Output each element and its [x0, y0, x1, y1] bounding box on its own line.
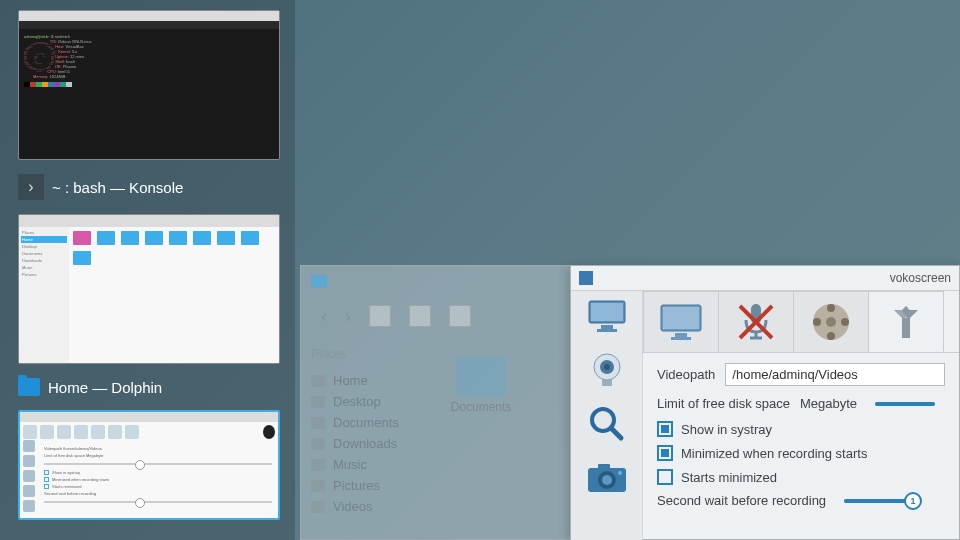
places-header: Places — [311, 344, 411, 364]
checkbox-systray[interactable] — [657, 421, 673, 437]
disk-space-unit: Megabyte — [800, 396, 857, 411]
starts-min-label: Starts minimized — [681, 470, 777, 485]
minimized-rec-label: Minimized when recording starts — [681, 446, 867, 461]
videopath-label: Videopath — [657, 367, 715, 382]
downloads-icon — [311, 438, 325, 450]
task-item-konsole[interactable]: adminq@deb:~$ neofetch ⠀⠀⠀⣀⣤⣤⣤⣀ OS: Debi… — [8, 10, 287, 204]
vokoscreen-tabs — [643, 291, 959, 353]
task-item-vokoscreen[interactable]: Videopath /home/adminq/Videos Limit of f… — [8, 410, 287, 520]
disk-space-row: Limit of free disk space Megabyte — [657, 396, 945, 411]
systray-label: Show in systray — [681, 422, 772, 437]
place-downloads[interactable]: Downloads — [311, 433, 411, 454]
task-switcher-panel: adminq@deb:~$ neofetch ⠀⠀⠀⣀⣤⣤⣤⣀ OS: Debi… — [0, 0, 295, 540]
task-item-dolphin[interactable]: Places Home Desktop Documents Downloads … — [8, 214, 287, 400]
svg-point-25 — [826, 317, 836, 327]
tab-audio[interactable] — [718, 291, 794, 352]
svg-point-28 — [827, 332, 835, 340]
task-title: Home — Dolphin — [48, 379, 162, 396]
svg-point-14 — [618, 471, 622, 475]
place-pictures[interactable]: Pictures — [311, 475, 411, 496]
pictures-icon — [311, 480, 325, 492]
disk-space-slider[interactable] — [875, 402, 935, 406]
svg-point-26 — [827, 304, 835, 312]
task-label-konsole[interactable]: › ~ : bash — Konsole — [8, 170, 287, 204]
vokoscreen-app-icon — [579, 271, 593, 285]
tab-video[interactable] — [793, 291, 869, 352]
documents-icon — [311, 417, 325, 429]
thumbnail-dolphin[interactable]: Places Home Desktop Documents Downloads … — [18, 214, 280, 364]
svg-rect-2 — [601, 325, 613, 329]
svg-rect-11 — [598, 464, 610, 470]
svg-point-6 — [604, 364, 610, 370]
systray-checkbox-row[interactable]: Show in systray — [657, 421, 945, 437]
music-icon — [311, 459, 325, 471]
task-title: ~ : bash — Konsole — [52, 179, 183, 196]
second-wait-slider[interactable]: 1 — [844, 499, 914, 503]
desktop-icon — [311, 396, 325, 408]
second-wait-row: Second wait before recording 1 — [657, 493, 945, 508]
svg-rect-7 — [602, 380, 612, 386]
webcam-icon[interactable] — [584, 351, 630, 389]
svg-rect-3 — [597, 329, 617, 332]
svg-point-27 — [841, 318, 849, 326]
svg-rect-1 — [591, 303, 623, 321]
thumbnail-vokoscreen[interactable]: Videopath /home/adminq/Videos Limit of f… — [18, 410, 280, 520]
home-icon — [311, 375, 325, 387]
view-compact-button[interactable] — [409, 305, 431, 327]
vokoscreen-sidebar — [571, 291, 643, 540]
forward-icon[interactable]: › — [345, 306, 351, 327]
vokoscreen-window: vokoscreen — [570, 265, 960, 540]
second-wait-label: Second wait before recording — [657, 493, 826, 508]
magnifier-icon[interactable] — [584, 405, 630, 443]
svg-point-29 — [813, 318, 821, 326]
place-videos[interactable]: Videos — [311, 496, 411, 517]
svg-rect-17 — [675, 333, 687, 337]
thumbnail-konsole[interactable]: adminq@deb:~$ neofetch ⠀⠀⠀⣀⣤⣤⣤⣀ OS: Debi… — [18, 10, 280, 160]
back-icon[interactable]: ‹ — [321, 306, 327, 327]
checkbox-starts-minimized[interactable] — [657, 469, 673, 485]
svg-line-9 — [611, 428, 621, 438]
places-panel: Places Home Desktop Documents Downloads … — [301, 336, 421, 536]
view-icons-button[interactable] — [369, 305, 391, 327]
folder-icon — [311, 275, 327, 288]
svg-point-13 — [602, 475, 612, 485]
task-label-dolphin[interactable]: Home — Dolphin — [8, 374, 287, 400]
settings-panel: Videopath Limit of free disk space Megab… — [643, 353, 959, 528]
disk-space-label: Limit of free disk space — [657, 396, 790, 411]
place-desktop[interactable]: Desktop — [311, 391, 411, 412]
checkbox-minimized-rec[interactable] — [657, 445, 673, 461]
svg-rect-16 — [663, 307, 699, 329]
tab-screen[interactable] — [643, 291, 719, 352]
folder-icon — [456, 356, 506, 396]
svg-rect-18 — [671, 337, 691, 340]
svg-rect-30 — [902, 318, 910, 338]
camera-icon[interactable] — [584, 459, 630, 497]
folder-icon — [18, 378, 40, 396]
window-title: vokoscreen — [890, 271, 951, 285]
folder-item[interactable]: Documents — [441, 356, 521, 414]
place-documents[interactable]: Documents — [311, 412, 411, 433]
slider-handle[interactable]: 1 — [904, 492, 922, 510]
videopath-row: Videopath — [657, 363, 945, 386]
view-details-button[interactable] — [449, 305, 471, 327]
chevron-right-icon: › — [18, 174, 44, 200]
tab-settings[interactable] — [868, 291, 944, 352]
vokoscreen-titlebar[interactable]: vokoscreen — [571, 266, 959, 291]
place-home[interactable]: Home — [311, 370, 411, 391]
videos-icon — [311, 501, 325, 513]
videopath-input[interactable] — [725, 363, 945, 386]
minimized-rec-checkbox-row[interactable]: Minimized when recording starts — [657, 445, 945, 461]
starts-min-checkbox-row[interactable]: Starts minimized — [657, 469, 945, 485]
place-music[interactable]: Music — [311, 454, 411, 475]
monitor-icon[interactable] — [584, 297, 630, 335]
